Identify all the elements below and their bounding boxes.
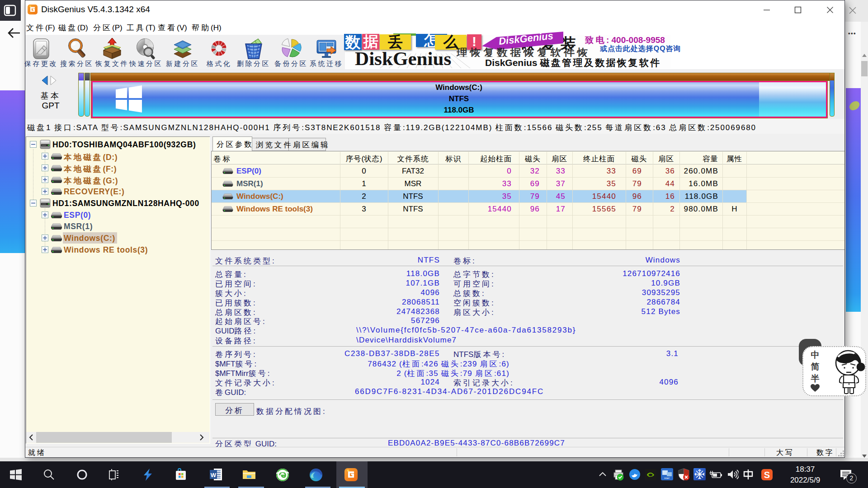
svg-text:W: W	[211, 472, 217, 479]
svg-text:intel: intel	[664, 477, 669, 479]
